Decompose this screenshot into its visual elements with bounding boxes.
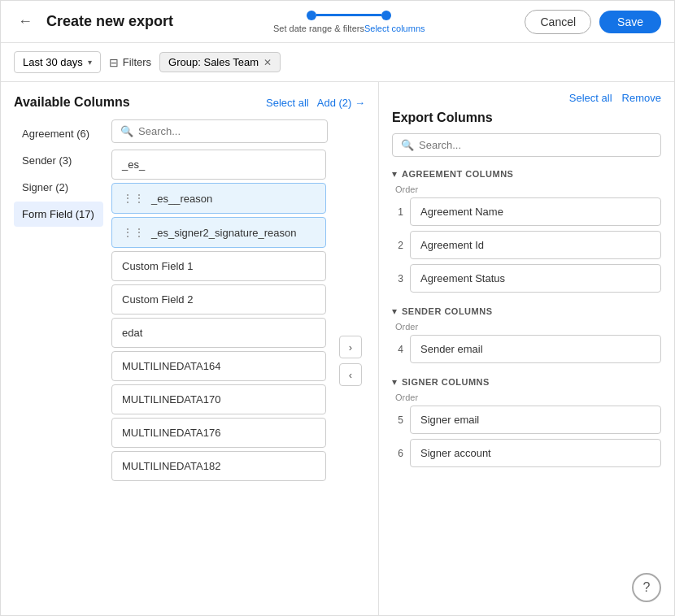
chevron-down-icon: ▾ xyxy=(88,58,92,67)
column-label: MULTILINEDATA182 xyxy=(122,460,220,472)
collapse-icon[interactable]: ▾ xyxy=(392,306,397,317)
page-title: Create new export xyxy=(46,13,173,30)
export-search-box: 🔍 xyxy=(392,133,661,157)
date-range-dropdown[interactable]: Last 30 days ▾ xyxy=(14,51,101,73)
transfer-left-button[interactable]: ‹ xyxy=(339,363,362,386)
sender-order-label: Order xyxy=(392,322,661,332)
column-label: _es__reason xyxy=(151,193,212,205)
agreement-section: ▾ AGREEMENT COLUMNS Order 1 Agreement Na… xyxy=(392,168,661,293)
order-number: 5 xyxy=(392,414,403,426)
filters-bar: Last 30 days ▾ ⊟ Filters Group: Sales Te… xyxy=(1,43,674,82)
steps-indicator: Set date range & filters Select columns xyxy=(173,11,525,33)
category-form-field[interactable]: Form Field (17) xyxy=(14,202,103,227)
filter-icon: ⊟ xyxy=(109,56,119,69)
category-agreement[interactable]: Agreement (6) xyxy=(14,121,103,146)
chip-close-icon[interactable]: ✕ xyxy=(263,57,272,68)
select-all-link[interactable]: Select all xyxy=(266,97,309,109)
column-item[interactable]: Custom Field 2 xyxy=(111,284,326,315)
transfer-right-button[interactable]: › xyxy=(339,336,362,358)
agreement-order-label: Order xyxy=(392,184,661,194)
signer-section-title: SIGNER COLUMNS xyxy=(402,377,490,387)
columns-scroll: _es_ ⋮⋮ _es__reason ⋮⋮ _es_signer2_signa… xyxy=(111,150,328,602)
column-item[interactable]: edat xyxy=(111,318,326,348)
export-col-row: 1 Agreement Name xyxy=(392,197,661,226)
collapse-icon[interactable]: ▾ xyxy=(392,168,397,180)
step2-dot xyxy=(381,11,391,20)
step1-dot xyxy=(307,11,316,20)
export-col-row: 2 Agreement Id xyxy=(392,231,661,259)
order-number: 6 xyxy=(392,448,403,459)
step-line xyxy=(316,14,381,16)
column-item[interactable]: ⋮⋮ _es__reason xyxy=(111,183,326,214)
export-col-item[interactable]: Signer email xyxy=(410,406,661,434)
export-col-item[interactable]: Agreement Id xyxy=(410,231,661,259)
drag-handle-icon: ⋮⋮ xyxy=(122,192,145,205)
export-columns-panel: Select all Remove Export Columns 🔍 ▾ AGR… xyxy=(379,82,674,615)
app-header: ← Create new export Set date range & fil… xyxy=(1,1,674,43)
drag-handle-icon: ⋮⋮ xyxy=(122,226,145,239)
export-col-item[interactable]: Agreement Status xyxy=(410,264,661,293)
export-col-item[interactable]: Agreement Name xyxy=(410,197,661,226)
export-col-row: 4 Sender email xyxy=(392,335,661,363)
export-col-item[interactable]: Signer account xyxy=(410,439,661,467)
column-label: edat xyxy=(122,327,142,339)
column-item[interactable]: Custom Field 1 xyxy=(111,251,326,281)
left-body: Agreement (6) Sender (3) Signer (2) Form… xyxy=(14,119,365,602)
remove-link[interactable]: Remove xyxy=(622,92,661,104)
order-number: 1 xyxy=(392,206,403,218)
filter-btn-label: Filters xyxy=(123,56,151,68)
left-header-actions: Select all Add (2) → xyxy=(266,97,365,109)
save-button[interactable]: Save xyxy=(599,11,661,33)
select-all-export-link[interactable]: Select all xyxy=(569,92,612,104)
agreement-section-header: ▾ AGREEMENT COLUMNS xyxy=(392,168,661,180)
main-content: Available Columns Select all Add (2) → A… xyxy=(1,82,674,615)
column-item[interactable]: _es_ xyxy=(111,150,326,180)
sender-section-header: ▾ SENDER COLUMNS xyxy=(392,306,661,317)
available-columns-panel: Available Columns Select all Add (2) → A… xyxy=(1,82,379,615)
column-item[interactable]: MULTILINEDATA176 xyxy=(111,418,326,448)
step2-label: Select columns xyxy=(364,24,425,33)
back-button[interactable]: ← xyxy=(14,11,37,33)
header-actions: Cancel Save xyxy=(525,10,661,34)
column-label: MULTILINEDATA176 xyxy=(122,427,220,439)
column-label: _es_ xyxy=(122,158,145,171)
signer-section-header: ▾ SIGNER COLUMNS xyxy=(392,376,661,388)
column-label: Custom Field 2 xyxy=(122,293,193,306)
order-number: 4 xyxy=(392,344,403,355)
category-list: Agreement (6) Sender (3) Signer (2) Form… xyxy=(14,119,103,602)
column-label: MULTILINEDATA164 xyxy=(122,360,220,372)
order-number: 3 xyxy=(392,273,403,284)
add-button[interactable]: Add (2) → xyxy=(317,97,365,109)
left-panel-header: Available Columns Select all Add (2) → xyxy=(14,95,365,110)
order-number: 2 xyxy=(392,240,403,251)
signer-order-label: Order xyxy=(392,393,661,402)
column-label: Custom Field 1 xyxy=(122,260,193,272)
sender-section: ▾ SENDER COLUMNS Order 4 Sender email xyxy=(392,306,661,363)
transfer-buttons: › ‹ xyxy=(336,119,365,602)
cancel-button[interactable]: Cancel xyxy=(525,10,591,34)
column-item[interactable]: MULTILINEDATA164 xyxy=(111,351,326,381)
export-col-row: 6 Signer account xyxy=(392,439,661,467)
column-item[interactable]: ⋮⋮ _es_signer2_signature_reason xyxy=(111,217,326,248)
category-sender[interactable]: Sender (3) xyxy=(14,148,103,173)
column-item[interactable]: MULTILINEDATA182 xyxy=(111,451,326,481)
date-range-label: Last 30 days xyxy=(23,56,83,68)
export-col-row: 5 Signer email xyxy=(392,406,661,434)
agreement-section-title: AGREEMENT COLUMNS xyxy=(402,169,513,179)
export-col-item[interactable]: Sender email xyxy=(410,335,661,363)
column-label: MULTILINEDATA170 xyxy=(122,393,220,406)
collapse-icon[interactable]: ▾ xyxy=(392,376,397,388)
column-item[interactable]: MULTILINEDATA170 xyxy=(111,384,326,414)
export-search-input[interactable] xyxy=(419,139,652,151)
filters-button[interactable]: ⊟ Filters xyxy=(109,56,151,69)
filter-chip: Group: Sales Team ✕ xyxy=(159,52,281,72)
search-icon: 🔍 xyxy=(401,139,414,151)
signer-section: ▾ SIGNER COLUMNS Order 5 Signer email 6 … xyxy=(392,376,661,467)
export-columns-scroll: ▾ AGREEMENT COLUMNS Order 1 Agreement Na… xyxy=(392,168,661,605)
help-button[interactable]: ? xyxy=(632,573,661,602)
columns-search-input[interactable] xyxy=(138,125,319,137)
category-signer[interactable]: Signer (2) xyxy=(14,175,103,200)
chip-label: Group: Sales Team xyxy=(168,56,259,68)
export-columns-title: Export Columns xyxy=(392,111,661,125)
available-columns-title: Available Columns xyxy=(14,95,130,110)
